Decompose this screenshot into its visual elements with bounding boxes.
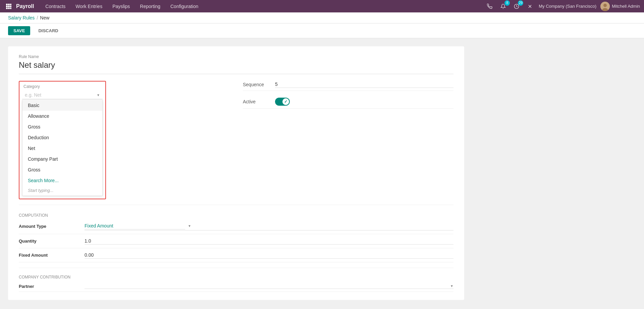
action-bar: SAVE DISCARD [0, 23, 644, 38]
computation-section: Computation Amount Type Fixed Amount ▼ Q… [19, 213, 453, 262]
discard-button[interactable]: DISCARD [33, 26, 63, 35]
quantity-value[interactable]: 1.0 [85, 238, 453, 245]
svg-rect-6 [6, 8, 8, 9]
sequence-field: Sequence 5 [243, 81, 453, 91]
sequence-value[interactable]: 5 [275, 81, 453, 88]
topnav-right: 8 29 My Company (San Francisco) [485, 2, 640, 11]
toggle-knob: ✓ [282, 98, 289, 105]
company-contribution-title: Company Contribution [19, 275, 453, 279]
save-button[interactable]: SAVE [8, 26, 30, 35]
breadcrumb-current: New [40, 15, 49, 20]
phone-icon-btn[interactable] [485, 2, 494, 11]
amount-type-field: Amount Type Fixed Amount ▼ [19, 222, 453, 234]
partner-dropdown-arrow: ▼ [450, 284, 453, 288]
user-menu[interactable]: Mitchell Admin [600, 2, 640, 11]
form-right-col: Sequence 5 Active ✓ [243, 81, 453, 199]
breadcrumb-separator: / [37, 15, 38, 20]
section-divider-1 [19, 205, 453, 205]
dropdown-item-allowance[interactable]: Allowance [22, 111, 102, 121]
dropdown-item-basic[interactable]: Basic [22, 100, 102, 111]
rule-name-value[interactable]: Net salary [19, 60, 453, 74]
dropdown-start-typing: Start typing... [22, 186, 102, 196]
close-icon-btn[interactable] [525, 2, 535, 11]
topnav: Payroll Contracts Work Entries Payslips … [0, 0, 644, 12]
partner-field: Partner ▼ [19, 284, 453, 292]
active-label: Active [243, 99, 270, 104]
svg-rect-2 [10, 4, 11, 5]
rule-name-label: Rule Name [19, 54, 453, 59]
category-label: Category [22, 84, 103, 90]
dropdown-item-net[interactable]: Net [22, 143, 102, 154]
active-toggle[interactable]: ✓ [275, 98, 290, 106]
form-card: Rule Name Net salary Category e.g. Net ▼… [8, 46, 464, 300]
grid-icon[interactable] [4, 2, 13, 11]
user-name: Mitchell Admin [612, 4, 640, 9]
activity-badge: 29 [518, 0, 523, 6]
amount-type-value: Fixed Amount [85, 222, 185, 229]
dropdown-item-gross1[interactable]: Gross [22, 121, 102, 132]
partner-select[interactable]: ▼ [85, 284, 453, 289]
form-left-col: Category e.g. Net ▼ Basic Allowance Gros… [19, 81, 229, 199]
svg-rect-1 [8, 4, 10, 5]
dropdown-item-company-part[interactable]: Company Part [22, 154, 102, 164]
svg-rect-3 [6, 6, 8, 7]
partner-label: Partner [19, 284, 79, 289]
section-divider-2 [19, 268, 453, 268]
category-dropdown-list: Basic Allowance Gross Deduction Net Comp… [22, 100, 103, 196]
category-dropdown-arrow: ▼ [97, 93, 100, 97]
dropdown-item-deduction[interactable]: Deduction [22, 132, 102, 143]
amount-type-label: Amount Type [19, 224, 79, 229]
svg-rect-5 [10, 6, 11, 7]
category-container: Category e.g. Net ▼ Basic Allowance Gros… [19, 81, 106, 199]
company-contribution-section: Company Contribution Partner ▼ [19, 275, 453, 292]
svg-rect-8 [10, 8, 11, 9]
app-brand: Payroll [16, 3, 34, 9]
fixed-amount-label: Fixed Amount [19, 253, 79, 258]
active-field: Active ✓ [243, 98, 453, 109]
company-name[interactable]: My Company (San Francisco) [539, 4, 596, 9]
topnav-menu: Contracts Work Entries Payslips Reportin… [41, 2, 485, 10]
dropdown-item-gross2[interactable]: Gross [22, 164, 102, 175]
category-select[interactable]: e.g. Net ▼ [22, 91, 103, 99]
svg-rect-4 [8, 6, 10, 7]
main-content: Rule Name Net salary Category e.g. Net ▼… [0, 38, 644, 308]
svg-point-13 [603, 4, 607, 7]
nav-reporting[interactable]: Reporting [135, 2, 165, 10]
toggle-check-icon: ✓ [284, 99, 287, 104]
fixed-amount-field: Fixed Amount 0.00 [19, 252, 453, 262]
category-placeholder: e.g. Net [25, 92, 94, 98]
fixed-amount-value[interactable]: 0.00 [85, 252, 453, 259]
svg-rect-0 [6, 4, 8, 5]
svg-rect-7 [8, 8, 10, 9]
page-header: Salary Rules / New [0, 12, 644, 23]
nav-work-entries[interactable]: Work Entries [71, 2, 107, 10]
amount-type-select[interactable]: Fixed Amount ▼ [85, 222, 453, 230]
breadcrumb-parent[interactable]: Salary Rules [8, 15, 35, 20]
nav-contracts[interactable]: Contracts [41, 2, 70, 10]
activity-icon-btn[interactable]: 29 [512, 2, 521, 11]
notification-badge: 8 [504, 0, 510, 6]
notification-icon-btn[interactable]: 8 [498, 2, 508, 11]
quantity-field: Quantity 1.0 [19, 238, 453, 248]
amount-type-arrow: ▼ [188, 224, 191, 228]
form-top-row: Category e.g. Net ▼ Basic Allowance Gros… [19, 81, 453, 199]
nav-payslips[interactable]: Payslips [108, 2, 135, 10]
sequence-label: Sequence [243, 82, 270, 87]
dropdown-search-more[interactable]: Search More... [22, 175, 102, 186]
avatar [600, 2, 610, 11]
nav-configuration[interactable]: Configuration [166, 2, 203, 10]
computation-title: Computation [19, 213, 453, 218]
breadcrumb: Salary Rules / New [8, 15, 636, 20]
quantity-label: Quantity [19, 239, 79, 244]
